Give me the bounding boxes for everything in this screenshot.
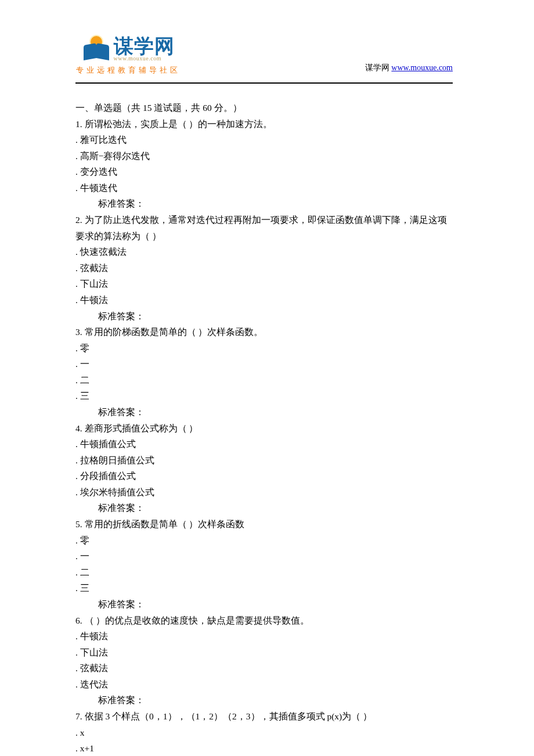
- answer-label: 标准答案：: [75, 404, 453, 420]
- question-option: . 快速弦截法: [75, 244, 453, 260]
- section-title: 一、单选题（共 15 道试题，共 60 分。）: [75, 100, 453, 116]
- logo-main-text: 谋学网: [114, 36, 175, 56]
- question-stem: 2. 为了防止迭代发散，通常对迭代过程再附加一项要求，即保证函数值单调下降，满足…: [75, 212, 453, 244]
- header-site-link: 谋学网 www.mouxue.com: [365, 63, 453, 75]
- question-option: . 弦截法: [75, 660, 453, 676]
- logo-text: 谋学网 www.mouxue.com: [114, 36, 175, 62]
- logo-url-subtext: www.mouxue.com: [114, 56, 175, 62]
- content-body: 一、单选题（共 15 道试题，共 60 分。） 1. 所谓松弛法，实质上是（ ）…: [75, 100, 453, 756]
- question-option: . 零: [75, 532, 453, 549]
- question-option: . 分段插值公式: [75, 468, 453, 484]
- question-option: . 一: [75, 356, 453, 372]
- question-stem: 4. 差商形式插值公式称为（ ）: [75, 420, 453, 437]
- question-option: . 一: [75, 548, 453, 564]
- header-divider: [75, 82, 453, 84]
- question-option: . 二: [75, 564, 453, 581]
- question-option: . 弦截法: [75, 260, 453, 276]
- question-option: . 埃尔米特插值公式: [75, 484, 453, 501]
- question-option: . x: [75, 725, 453, 741]
- answer-label: 标准答案：: [75, 692, 453, 708]
- question-stem: 5. 常用的折线函数是简单（ ）次样条函数: [75, 516, 453, 532]
- site-url-link[interactable]: www.mouxue.com: [391, 63, 453, 72]
- question-option: . 三: [75, 580, 453, 596]
- question-option: . 雅可比迭代: [75, 132, 453, 148]
- question-option: . 牛顿法: [75, 292, 453, 308]
- question-option: . x+1: [75, 740, 453, 756]
- answer-label: 标准答案：: [75, 596, 453, 613]
- question-option: . 迭代法: [75, 676, 453, 693]
- answer-label: 标准答案：: [75, 196, 453, 212]
- question-stem: 6. （ ）的优点是收敛的速度快，缺点是需要提供导数值。: [75, 613, 453, 629]
- logo-top-row: 谋学网 www.mouxue.com: [82, 35, 175, 63]
- document-page: 谋学网 www.mouxue.com 专业远程教育辅导社区 谋学网 www.mo…: [0, 0, 534, 756]
- logo-slogan: 专业远程教育辅导社区: [76, 65, 181, 75]
- question-option: . 牛顿迭代: [75, 180, 453, 196]
- page-header: 谋学网 www.mouxue.com 专业远程教育辅导社区 谋学网 www.mo…: [75, 35, 453, 75]
- answer-label: 标准答案：: [75, 500, 453, 516]
- question-option: . 零: [75, 340, 453, 357]
- site-logo: 谋学网 www.mouxue.com 专业远程教育辅导社区: [75, 35, 181, 75]
- question-option: . 拉格朗日插值公式: [75, 452, 453, 469]
- question-option: . 牛顿插值公式: [75, 436, 453, 452]
- question-option: . 下山法: [75, 276, 453, 292]
- logo-icon: [82, 35, 110, 63]
- question-option: . 变分迭代: [75, 164, 453, 180]
- question-stem: 3. 常用的阶梯函数是简单的（ ）次样条函数。: [75, 324, 453, 340]
- logo-book-left-icon: [84, 43, 96, 60]
- question-stem: 1. 所谓松弛法，实质上是（ ）的一种加速方法。: [75, 116, 453, 132]
- question-option: . 二: [75, 372, 453, 388]
- site-label: 谋学网: [365, 63, 392, 72]
- logo-book-right-icon: [96, 43, 109, 60]
- question-option: . 高斯−赛得尔迭代: [75, 148, 453, 164]
- question-stem: 7. 依据 3 个样点（0，1），（1，2）（2，3），其插值多项式 p(x)为…: [75, 708, 453, 725]
- question-option: . 三: [75, 388, 453, 404]
- question-option: . 牛顿法: [75, 628, 453, 645]
- question-option: . 下山法: [75, 645, 453, 661]
- answer-label: 标准答案：: [75, 308, 453, 325]
